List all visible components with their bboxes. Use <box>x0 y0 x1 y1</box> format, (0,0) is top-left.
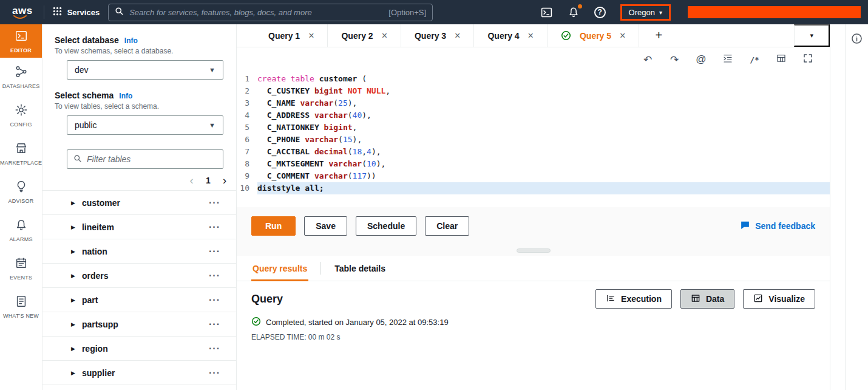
nav-search-bar[interactable]: [Option+S] <box>108 4 433 21</box>
rail-item-config[interactable]: CONFIG <box>0 96 42 134</box>
redo-button[interactable]: ↷ <box>661 53 688 66</box>
table-row-region[interactable]: ▶region··· <box>42 337 236 361</box>
snippet-button[interactable] <box>768 53 795 67</box>
tab-list-dropdown-button[interactable]: ▾ <box>794 24 830 47</box>
indent-button[interactable] <box>714 53 741 67</box>
search-icon <box>73 154 82 165</box>
query-tab-label: Query 5 <box>580 31 611 41</box>
notification-dot <box>578 4 582 9</box>
expand-triangle-icon[interactable]: ▶ <box>71 346 75 352</box>
query-tab-label: Query 2 <box>341 31 373 41</box>
new-query-tab-button[interactable]: + <box>639 24 678 47</box>
services-menu[interactable]: Services <box>53 7 100 18</box>
rail-item-marketplace[interactable]: MARKETPLACE <box>0 134 42 173</box>
table-row-supplier[interactable]: ▶supplier··· <box>42 361 236 385</box>
elapsed-time-text: ELAPSED TIME: 00 m 02 s <box>251 333 815 341</box>
rail-item-what-s-new[interactable]: WHAT'S NEW <box>0 287 42 326</box>
visualize-view-button[interactable]: Visualize <box>743 289 815 309</box>
panel-divider <box>237 245 830 256</box>
table-row-nation[interactable]: ▶nation··· <box>42 239 236 264</box>
services-label: Services <box>67 8 100 17</box>
notifications-button[interactable] <box>568 6 580 18</box>
results-tab-query-results[interactable]: Query results <box>251 256 308 281</box>
schedule-button[interactable]: Schedule <box>356 216 416 236</box>
expand-triangle-icon[interactable]: ▶ <box>71 370 75 376</box>
cloudshell-button[interactable] <box>540 6 553 19</box>
close-icon[interactable]: × <box>382 30 387 41</box>
pagination-prev-icon[interactable]: ‹ <box>190 174 194 186</box>
code-line[interactable]: 6 C_PHONE varchar(15), <box>237 134 830 146</box>
send-feedback-link[interactable]: Send feedback <box>740 220 815 232</box>
schema-info-link[interactable]: Info <box>119 92 132 100</box>
code-line[interactable]: 9 C_COMMENT varchar(117)) <box>237 170 830 182</box>
close-icon[interactable]: × <box>308 30 314 41</box>
expand-triangle-icon[interactable]: ▶ <box>71 273 75 279</box>
comment-button[interactable]: /* <box>741 55 768 64</box>
fullscreen-button[interactable] <box>795 53 821 67</box>
query-tab-query-3[interactable]: Query 3× <box>401 24 474 47</box>
table-row-part[interactable]: ▶part··· <box>42 288 236 312</box>
expand-triangle-icon[interactable]: ▶ <box>71 224 75 230</box>
aws-logo[interactable]: aws <box>10 5 35 19</box>
expand-triangle-icon[interactable]: ▶ <box>71 321 75 327</box>
query-tab-query-5[interactable]: Query 5× <box>548 24 639 47</box>
rail-item-alarms[interactable]: ALARMS <box>0 211 42 249</box>
run-button[interactable]: Run <box>251 216 296 236</box>
undo-button[interactable]: ↶ <box>634 53 661 66</box>
close-icon[interactable]: × <box>620 30 625 41</box>
check-circle-icon <box>251 316 261 328</box>
execution-view-button[interactable]: Execution <box>595 289 672 309</box>
expand-triangle-icon[interactable]: ▶ <box>71 200 75 206</box>
results-panel: Query resultsTable details Query Executi… <box>237 256 830 390</box>
code-line[interactable]: 3 C_NAME varchar(25), <box>237 97 830 109</box>
table-row-lineitem[interactable]: ▶lineitem··· <box>42 215 236 239</box>
pagination-next-icon[interactable]: › <box>223 174 226 186</box>
editor-toolbar: ↶↷@/* <box>237 47 830 72</box>
code-line[interactable]: 2 C_CUSTKEY bigint NOT NULL, <box>237 85 830 97</box>
body-row: EDITORDATASHARESCONFIGMARKETPLACEADVISOR… <box>0 24 868 390</box>
schema-select[interactable]: public ▼ <box>67 115 223 135</box>
table-row-customer[interactable]: ▶customer··· <box>42 191 236 215</box>
region-selector[interactable]: Oregon ▾ <box>620 4 671 21</box>
code-text: diststyle all; <box>257 182 830 194</box>
data-view-button[interactable]: Data <box>680 289 734 309</box>
clear-button[interactable]: Clear <box>425 216 469 236</box>
query-tab-query-1[interactable]: Query 1× <box>255 24 328 47</box>
rail-item-editor[interactable]: EDITOR <box>0 24 42 58</box>
results-tab-table-details[interactable]: Table details <box>333 256 387 281</box>
save-button[interactable]: Save <box>304 216 347 236</box>
expand-triangle-icon[interactable]: ▶ <box>71 297 75 303</box>
resize-handle[interactable] <box>517 248 551 253</box>
rail-item-datashares[interactable]: DATASHARES <box>0 58 42 96</box>
code-line[interactable]: 10diststyle all; <box>237 182 830 194</box>
database-select[interactable]: dev ▼ <box>67 60 223 80</box>
help-button[interactable]: ? <box>594 7 606 18</box>
close-icon[interactable]: × <box>528 30 534 41</box>
rail-item-advisor[interactable]: ADVISOR <box>0 173 42 211</box>
filter-tables-input[interactable] <box>87 154 217 164</box>
rail-item-label: ALARMS <box>9 236 32 242</box>
filter-tables-box[interactable] <box>67 149 223 169</box>
rail-item-label: EVENTS <box>10 275 32 281</box>
at-button[interactable]: @ <box>688 53 714 66</box>
table-row-partsupp[interactable]: ▶partsupp··· <box>42 312 236 337</box>
query-tab-query-2[interactable]: Query 2× <box>328 24 401 47</box>
sql-editor[interactable]: 1create table customer (2 C_CUSTKEY bigi… <box>237 72 830 207</box>
nav-search-input[interactable] <box>129 8 383 17</box>
speech-bubble-icon <box>740 220 750 232</box>
close-icon[interactable]: × <box>455 30 460 41</box>
code-line[interactable]: 5 C_NATIONKEY bigint, <box>237 121 830 134</box>
database-info-link[interactable]: Info <box>124 36 138 45</box>
code-line[interactable]: 1create table customer ( <box>237 73 830 85</box>
select-database-label: Select database <box>55 35 119 45</box>
code-line[interactable]: 8 C_MKTSEGMENT varchar(10), <box>237 158 830 170</box>
code-line[interactable]: 7 C_ACCTBAL decimal(18,4), <box>237 146 830 158</box>
region-label: Oregon <box>629 8 655 17</box>
query-tab-query-4[interactable]: Query 4× <box>474 24 547 47</box>
query-status-row: Completed, started on January 05, 2022 a… <box>251 316 815 328</box>
info-button[interactable] <box>851 33 863 46</box>
code-line[interactable]: 4 C_ADDRESS varchar(40), <box>237 109 830 121</box>
expand-triangle-icon[interactable]: ▶ <box>71 248 75 255</box>
rail-item-events[interactable]: EVENTS <box>0 249 42 287</box>
table-row-orders[interactable]: ▶orders··· <box>42 264 236 288</box>
